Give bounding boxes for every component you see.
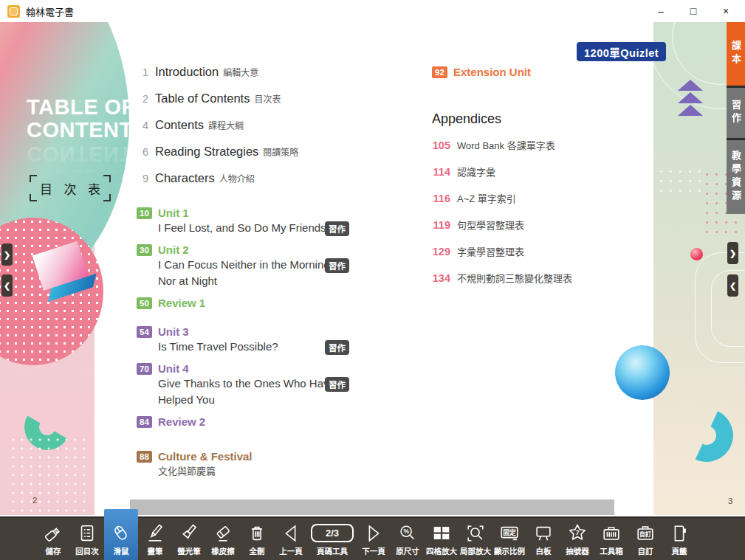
tool-label: 工具箱 (600, 545, 623, 556)
appendix-item[interactable]: 134不規則動詞三態變化整理表 (432, 271, 653, 282)
page-number-tool[interactable]: 2/3頁碼工具 (308, 518, 357, 560)
appendices-list: 105Word Bank 各課單字表114認識字彙116A~Z 單字索引119句… (432, 138, 653, 282)
tool-label: 頁碼工具 (317, 545, 348, 556)
unit-subtitle: I Feel Lost, and So Do My Friends (158, 220, 349, 236)
unit-item[interactable]: 84Review 2 (137, 415, 363, 429)
page-tab-tool[interactable]: 頁籤 (662, 518, 696, 560)
unit-item[interactable]: 10Unit 1I Feel Lost, and So Do My Friend… (137, 206, 363, 236)
right-panel-expand-button[interactable]: ❯ (727, 242, 738, 264)
toc-item-note: 課程大綱 (208, 119, 244, 131)
maximize-button[interactable]: □ (677, 0, 710, 22)
mouse-tool[interactable]: 滑鼠 (104, 509, 138, 560)
tool-label: 全刪 (250, 545, 265, 556)
right-panel-collapse-button[interactable]: ❮ (727, 274, 738, 297)
appendix-item-page: 134 (432, 272, 450, 284)
toc-item[interactable]: 4Contents課程大綱 (137, 118, 363, 134)
unit-item[interactable]: 30Unit 2I Can Focus Neither in the Morni… (137, 243, 363, 289)
chevron-left-icon: ❮ (729, 281, 736, 291)
appendix-item-title: A~Z 單字索引 (457, 191, 516, 205)
toolbox-tool[interactable]: 工具箱 (594, 518, 628, 560)
appendix-item-page: 129 (432, 246, 450, 257)
left-panel-expand-button[interactable]: ❯ (1, 243, 13, 266)
workbook-badge[interactable]: 習作 (325, 340, 349, 355)
purple-triangles (676, 78, 705, 116)
next-page-tool[interactable]: 下一頁 (357, 518, 391, 560)
toc-item-note: 人物介紹 (219, 172, 255, 184)
close-button[interactable]: × (710, 0, 742, 22)
unit-subtitle: I Can Focus Neither in the Morning Nor a… (158, 257, 349, 289)
page-badge: 10 (137, 207, 152, 219)
highlighter-tool[interactable]: 螢光筆 (172, 518, 206, 560)
toc-item-page: 6 (137, 146, 148, 158)
custom-toolbox-icon: 自訂 (635, 523, 656, 544)
horizontal-scrollbar-thumb[interactable] (130, 499, 614, 515)
page-badge: 50 (137, 297, 152, 309)
display-ratio-tool[interactable]: 固定顯示比例 (492, 518, 526, 560)
white-dots-grid (656, 167, 705, 199)
appendix-item-title: Word Bank 各課單字表 (457, 138, 555, 152)
appendix-item-title: 不規則動詞三態變化整理表 (457, 271, 572, 285)
whiteboard-tool[interactable]: 白板 (526, 518, 560, 560)
quizlet-button[interactable]: 1200單Quizlet (577, 42, 666, 61)
quad-zoom-icon (431, 523, 452, 544)
appendix-item[interactable]: 129字彙學習整理表 (432, 244, 653, 255)
left-panel-collapse-button[interactable]: ❮ (1, 274, 13, 297)
minimize-button[interactable]: – (645, 0, 677, 22)
unit-title: Culture & Festival (158, 449, 349, 463)
workbook-badge[interactable]: 習作 (325, 221, 349, 236)
delete-all-tool[interactable]: 全刪 (240, 518, 274, 560)
toc-item-page: 9 (137, 173, 148, 184)
unit-item[interactable]: 88Culture & Festival文化與節慶篇 (137, 449, 363, 480)
appendix-item[interactable]: 105Word Bank 各課單字表 (432, 138, 653, 149)
unit-title: Unit 3 (158, 325, 349, 339)
unit-item[interactable]: 50Review 1 (137, 296, 363, 310)
toc-title-english: TABLE OFCONTENTS (27, 96, 145, 142)
save-tool[interactable]: 儲存 (36, 518, 70, 560)
toc-item-page: 2 (137, 93, 148, 105)
tool-label: 白板 (536, 545, 552, 556)
number-picker-tool[interactable]: 7抽號器 (560, 518, 594, 560)
page-indicator-value[interactable]: 2/3 (311, 524, 354, 542)
toc-item-page: 1 (137, 66, 148, 78)
tool-label: 畫筆 (148, 545, 163, 556)
region-zoom-tool[interactable]: 局部放大 (459, 518, 492, 560)
toc-tool[interactable]: 回目次 (70, 518, 104, 560)
tool-label: 局部放大 (460, 545, 491, 556)
toc-item[interactable]: 2Table of Contents目次表 (137, 91, 363, 107)
unit-title: Unit 2 (158, 243, 349, 257)
extension-unit-item[interactable]: 92 Extension Unit (432, 65, 653, 79)
custom-tool[interactable]: 自訂自訂 (628, 518, 662, 560)
original-size-tool[interactable]: %原尺寸 (391, 518, 425, 560)
tab-textbook[interactable]: 課本 (727, 22, 745, 86)
next-page-icon (363, 523, 384, 544)
prev-page-tool[interactable]: 上一頁 (274, 518, 308, 560)
toc-item[interactable]: 1Introduction編輯大意 (137, 65, 363, 80)
svg-text:固定: 固定 (503, 528, 516, 536)
appendix-item-title: 字彙學習整理表 (457, 244, 524, 258)
quad-zoom-tool[interactable]: 四格放大 (425, 518, 459, 560)
unit-group: 88Culture & Festival文化與節慶篇 (137, 449, 363, 480)
toc-item-page: 4 (137, 120, 148, 131)
appendix-item[interactable]: 114認識字彙 (432, 165, 653, 176)
unit-title: Review 2 (158, 415, 205, 429)
workbook-badge[interactable]: 習作 (325, 377, 349, 392)
toc-item-note: 目次表 (254, 92, 281, 105)
appendix-item[interactable]: 119句型學習整理表 (432, 218, 653, 229)
workbook-badge[interactable]: 習作 (325, 258, 349, 273)
toc-item-note: 編輯大意 (223, 66, 258, 78)
toc-item[interactable]: 9Characters人物介紹 (137, 171, 363, 187)
tab-workbook[interactable]: 習作 (727, 88, 745, 138)
tab-teaching-resources[interactable]: 教學資源 (727, 140, 745, 214)
tool-label: 下一頁 (362, 545, 385, 556)
toc-item[interactable]: 6Reading Strategies閱讀策略 (137, 145, 363, 160)
bookmark-tab-icon (669, 523, 690, 544)
unit-groups: 10Unit 1I Feel Lost, and So Do My Friend… (137, 206, 363, 480)
pen-icon (145, 523, 165, 544)
toc-right-column: 92 Extension Unit Appendices 105Word Ban… (432, 65, 653, 297)
eraser-tool[interactable]: 橡皮擦 (206, 518, 240, 560)
appendix-item[interactable]: 116A~Z 單字索引 (432, 191, 653, 202)
pen-tool[interactable]: 畫筆 (138, 518, 172, 560)
toc-item-note: 閱讀策略 (263, 145, 298, 158)
unit-item[interactable]: 54Unit 3Is Time Travel Possible?習作 (137, 325, 363, 355)
unit-item[interactable]: 70Unit 4Give Thanks to the Ones Who Have… (137, 362, 363, 408)
